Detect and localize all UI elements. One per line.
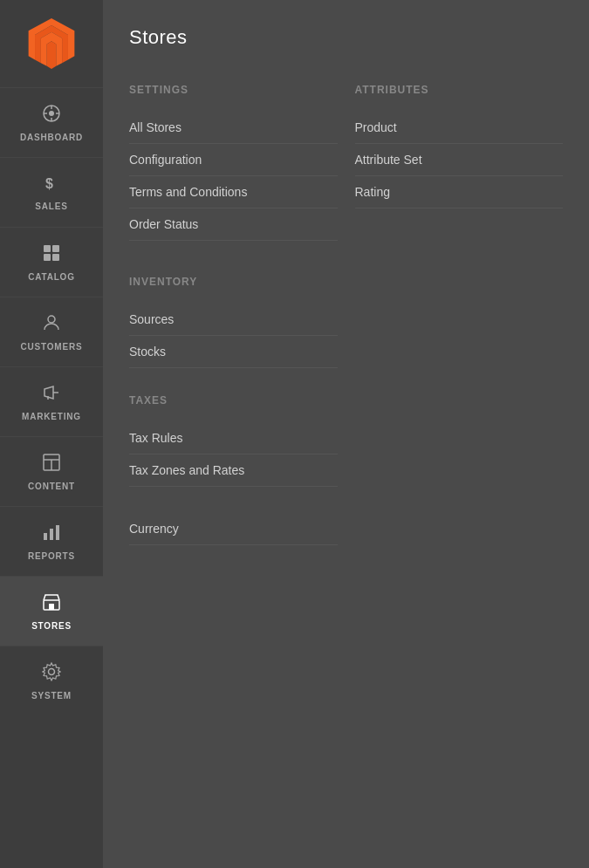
- menu-item-product[interactable]: Product: [355, 112, 564, 144]
- taxes-section: Taxes Tax Rules Tax Zones and Rates: [129, 394, 563, 487]
- sidebar-item-label-dashboard: DASHBOARD: [20, 133, 83, 142]
- page-title: Stores: [129, 26, 563, 49]
- sidebar-item-label-reports: REPORTS: [28, 551, 75, 561]
- sales-icon: $: [43, 174, 60, 196]
- menu-item-stocks[interactable]: Stocks: [129, 336, 338, 368]
- menu-item-configuration[interactable]: Configuration: [129, 144, 338, 176]
- svg-rect-16: [44, 533, 47, 540]
- reports-icon: [42, 523, 61, 546]
- svg-rect-10: [52, 254, 59, 261]
- sidebar-item-dashboard[interactable]: DASHBOARD: [0, 87, 103, 157]
- system-icon: [42, 662, 61, 686]
- sidebar-logo: [0, 0, 103, 87]
- menu-item-tax-zones-rates[interactable]: Tax Zones and Rates: [129, 455, 338, 487]
- settings-section: Settings All Stores Configuration Terms …: [129, 75, 338, 241]
- menu-item-terms-conditions[interactable]: Terms and Conditions: [129, 176, 338, 208]
- svg-rect-9: [44, 254, 51, 261]
- attributes-section: Attributes Product Attribute Set Rating: [355, 75, 564, 241]
- attributes-section-title: Attributes: [355, 84, 564, 96]
- taxes-section-title: Taxes: [129, 394, 563, 407]
- svg-rect-18: [56, 525, 59, 540]
- menu-item-attribute-set[interactable]: Attribute Set: [355, 144, 564, 176]
- sidebar-item-customers[interactable]: CUSTOMERS: [0, 297, 103, 366]
- settings-attributes-row: Settings All Stores Configuration Terms …: [129, 75, 563, 267]
- sidebar-item-label-marketing: MARKETING: [22, 412, 81, 421]
- sidebar-item-content[interactable]: CONTENT: [0, 436, 103, 506]
- sidebar-item-label-customers: CUSTOMERS: [21, 342, 83, 352]
- sidebar-item-stores[interactable]: STORES: [0, 576, 103, 646]
- svg-rect-20: [49, 604, 54, 610]
- sidebar-item-label-system: SYSTEM: [31, 691, 72, 701]
- sidebar-item-marketing[interactable]: MARKETING: [0, 366, 103, 436]
- svg-point-11: [48, 316, 55, 323]
- sidebar-item-label-sales: SALES: [35, 202, 67, 211]
- stores-icon: [42, 592, 61, 616]
- menu-item-tax-rules[interactable]: Tax Rules: [129, 422, 338, 455]
- sidebar: DASHBOARD $ SALES CATALOG CUSTOME: [0, 0, 103, 868]
- inventory-section-title: Inventory: [129, 276, 563, 288]
- menu-item-rating[interactable]: Rating: [355, 176, 564, 208]
- content-icon: [42, 453, 61, 476]
- sidebar-item-label-stores: STORES: [31, 621, 72, 631]
- customers-icon: [42, 313, 61, 337]
- catalog-icon: [42, 243, 61, 267]
- menu-item-sources[interactable]: Sources: [129, 304, 338, 336]
- sidebar-item-catalog[interactable]: CATALOG: [0, 227, 103, 297]
- settings-section-title: Settings: [129, 84, 338, 96]
- menu-item-currency[interactable]: Currency: [129, 513, 338, 545]
- sidebar-item-label-catalog: CATALOG: [28, 272, 75, 282]
- menu-item-order-status[interactable]: Order Status: [129, 208, 338, 241]
- svg-rect-17: [50, 529, 53, 540]
- main-content: Stores Settings All Stores Configuration…: [103, 0, 589, 868]
- svg-point-21: [49, 668, 55, 674]
- svg-point-1: [49, 111, 54, 116]
- dashboard-icon: [42, 104, 61, 127]
- sidebar-item-label-content: CONTENT: [28, 482, 75, 491]
- svg-text:$: $: [45, 176, 53, 191]
- sidebar-item-system[interactable]: SYSTEM: [0, 646, 103, 715]
- sidebar-item-sales[interactable]: $ SALES: [0, 157, 103, 227]
- currency-section: Currency: [129, 513, 563, 545]
- menu-item-all-stores[interactable]: All Stores: [129, 112, 338, 144]
- marketing-icon: [42, 383, 61, 407]
- sidebar-item-reports[interactable]: REPORTS: [0, 506, 103, 576]
- svg-rect-8: [52, 245, 59, 252]
- svg-rect-7: [44, 245, 51, 252]
- inventory-section: Inventory Sources Stocks: [129, 276, 563, 368]
- magento-logo-icon: [26, 18, 77, 69]
